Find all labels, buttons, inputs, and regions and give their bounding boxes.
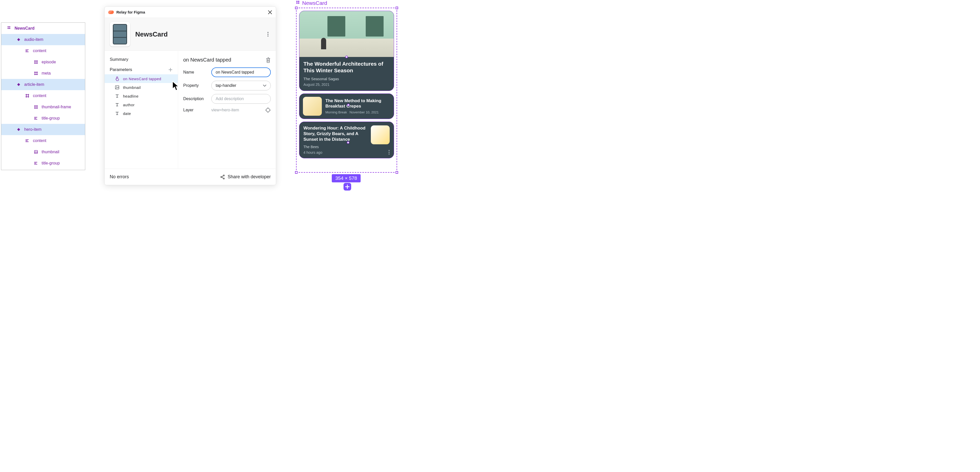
parameter-label: on NewsCard tapped [123, 77, 161, 81]
svg-rect-33 [298, 2, 299, 4]
layer-label: hero-item [24, 127, 41, 132]
svg-rect-4 [17, 38, 20, 41]
hero-headline: The Wonderful Architectures of This Wint… [304, 61, 390, 74]
parameter-label: headline [123, 94, 138, 98]
parameter-row[interactable]: headline [105, 92, 178, 100]
more-vertical-icon [388, 150, 390, 155]
plugin-title: Relay for Figma [116, 10, 145, 14]
layer-row[interactable]: hero-item [1, 124, 85, 135]
parameter-title-row: on NewsCard tapped [183, 54, 271, 67]
layer-row[interactable]: thumbnail-frame [1, 101, 85, 113]
component-header: NewsCard [105, 18, 276, 51]
layer-label: thumbnail [41, 150, 59, 154]
audio-item-card[interactable]: Wondering Hour: A Childhood Story, Grizz… [299, 121, 394, 158]
share-icon [220, 174, 225, 180]
layer-row[interactable]: content [1, 90, 85, 101]
layer-row: Layer view=hero-item [183, 107, 271, 113]
component-set-icon [296, 1, 300, 5]
svg-rect-1 [9, 26, 11, 27]
layer-row[interactable]: episode [1, 56, 85, 68]
layer-label: meta [41, 71, 51, 76]
layer-target-button[interactable] [265, 107, 271, 113]
layer-row[interactable]: title-group [1, 158, 85, 169]
close-button[interactable] [268, 10, 272, 14]
article-item-card[interactable]: The New Method to Making Breakfast Crepe… [299, 94, 394, 119]
more-menu-button[interactable] [265, 30, 271, 39]
image-icon [33, 150, 38, 154]
svg-rect-31 [298, 1, 299, 2]
selection-handle[interactable] [295, 171, 298, 174]
delete-parameter-button[interactable] [266, 57, 271, 63]
layer-field-label: Layer [183, 108, 211, 112]
name-input[interactable]: on NewsCard tapped [211, 67, 271, 77]
layer-row[interactable]: title-group [1, 113, 85, 124]
article-thumbnail [303, 97, 322, 116]
svg-rect-13 [25, 139, 29, 140]
parameter-row[interactable]: on NewsCard tapped [105, 74, 178, 83]
constraint-marker-icon [347, 141, 349, 144]
layer-row[interactable]: article-item [1, 79, 85, 90]
layer-label: content [33, 94, 46, 98]
layer-root[interactable]: NewsCard [1, 23, 85, 34]
audio-headline: Wondering Hour: A Childhood Story, Grizz… [304, 125, 367, 142]
parameter-title: on NewsCard tapped [183, 57, 231, 63]
text-parameter-icon [115, 103, 119, 107]
layer-label: title-group [41, 161, 60, 166]
svg-point-23 [267, 35, 269, 37]
hero-author: The Seasonal Sagas [304, 77, 390, 81]
svg-point-34 [389, 150, 390, 151]
property-select[interactable]: tap-handler [211, 81, 271, 91]
summary-section-label[interactable]: Summary [105, 54, 178, 65]
component-thumbnail [110, 22, 130, 46]
layers-panel: NewsCard audio-itemcontentepisodemetaart… [1, 22, 85, 170]
component-name: NewsCard [135, 30, 168, 38]
property-row: Property tap-handler [183, 81, 271, 91]
svg-rect-32 [296, 2, 298, 4]
svg-point-22 [267, 34, 269, 35]
svg-rect-2 [7, 27, 9, 29]
svg-rect-5 [25, 49, 29, 50]
selection-handle[interactable] [295, 6, 298, 9]
layer-label: episode [41, 60, 56, 64]
parameter-row[interactable]: thumbnail [105, 83, 178, 92]
layer-row[interactable]: content [1, 45, 85, 56]
canvas-component-label[interactable]: NewsCard [296, 0, 327, 6]
svg-point-29 [223, 178, 224, 179]
add-parameter-button[interactable] [168, 67, 173, 72]
parameters-label: Parameters [110, 67, 132, 72]
group-icon [33, 117, 38, 120]
layer-label: content [33, 48, 46, 53]
selection-handle[interactable] [396, 171, 398, 174]
add-variant-button[interactable] [344, 183, 351, 191]
property-field-label: Property [183, 83, 211, 88]
audio-more-button[interactable] [388, 150, 390, 155]
no-errors-label: No errors [110, 174, 129, 180]
component-set-icon [6, 26, 11, 30]
svg-rect-15 [25, 142, 29, 142]
layer-label: thumbnail-frame [41, 105, 71, 109]
selection-handle[interactable] [396, 6, 398, 9]
frame-icon [33, 60, 38, 64]
share-with-developer-button[interactable]: Share with developer [220, 174, 271, 180]
layer-row[interactable]: audio-item [1, 34, 85, 45]
description-field-label: Description [183, 97, 211, 101]
parameter-label: date [123, 112, 131, 116]
canvas-selection-frame[interactable]: The Wonderful Architectures of This Wint… [296, 8, 397, 173]
parameter-label: thumbnail [123, 85, 141, 90]
layer-label: NewsCard [14, 26, 35, 31]
hero-item-card[interactable]: The Wonderful Architectures of This Wint… [299, 11, 394, 91]
parameter-row[interactable]: date [105, 109, 178, 118]
svg-rect-10 [34, 118, 36, 118]
relay-plugin-dialog: Relay for Figma NewsCard Summary Paramet… [104, 6, 276, 185]
description-input[interactable]: Add description [211, 94, 271, 104]
text-parameter-icon [115, 112, 119, 115]
layer-label: audio-item [24, 37, 43, 42]
layer-row[interactable]: content [1, 135, 85, 146]
parameter-row[interactable]: author [105, 100, 178, 109]
layer-row[interactable]: meta [1, 68, 85, 79]
name-field-label: Name [183, 70, 211, 75]
group-icon [25, 139, 30, 142]
selection-size-badge: 354 × 578 [332, 174, 361, 182]
svg-point-35 [389, 152, 390, 153]
layer-row[interactable]: thumbnail [1, 146, 85, 158]
